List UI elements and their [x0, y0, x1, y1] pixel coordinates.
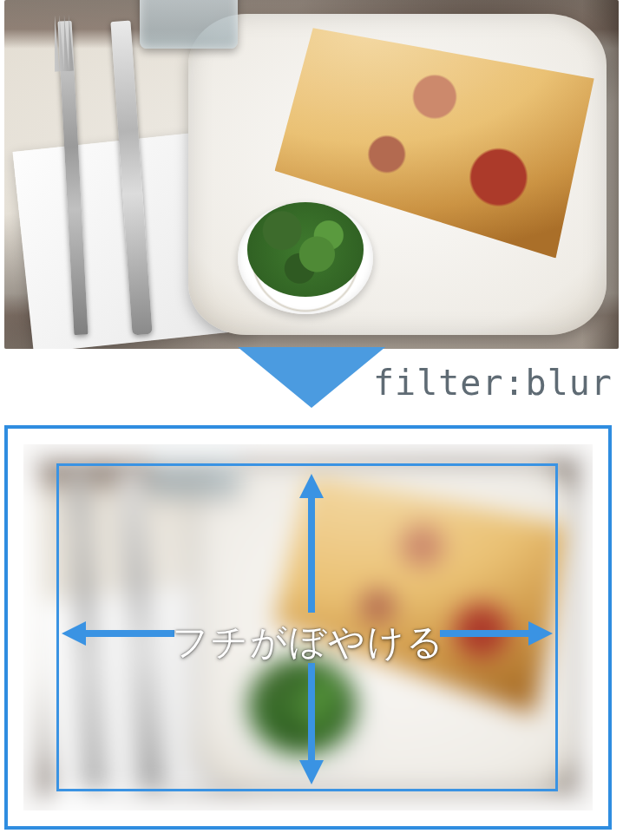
filter-code-label: filter:blur: [373, 363, 613, 403]
original-photo: [4, 0, 619, 349]
down-arrow-icon: [238, 347, 385, 408]
blur-result-frame: フチがぼやける: [4, 425, 612, 830]
diagram-stage: filter:blur: [0, 0, 623, 840]
blurred-photo: [23, 444, 593, 810]
